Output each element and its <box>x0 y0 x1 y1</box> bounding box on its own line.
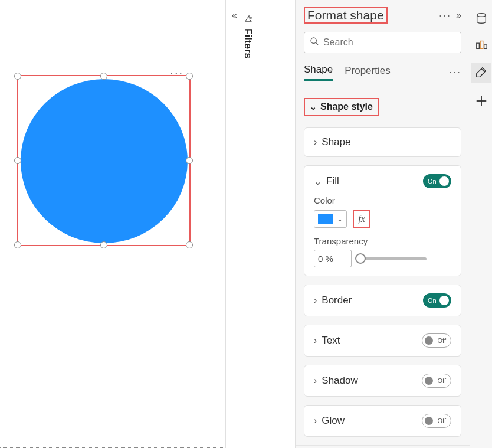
filters-label[interactable]: Filters <box>242 28 254 58</box>
color-picker[interactable]: ⌄ <box>314 210 347 228</box>
text-toggle[interactable]: Off <box>422 333 451 348</box>
right-tool-rail <box>470 0 492 448</box>
color-swatch <box>318 214 333 224</box>
transparency-input[interactable] <box>314 250 352 267</box>
text-card-label: Text <box>322 335 422 346</box>
transparency-slider[interactable] <box>359 250 451 267</box>
chevron-down-icon[interactable]: ⌄ <box>314 176 322 187</box>
chevron-right-icon: › <box>314 137 317 148</box>
tab-properties[interactable]: Properties <box>345 65 390 80</box>
card-shadow[interactable]: › Shadow Off <box>304 365 461 397</box>
format-icon[interactable] <box>471 63 491 83</box>
chevron-down-icon: ⌄ <box>337 215 343 223</box>
svg-rect-3 <box>476 43 479 48</box>
slider-thumb[interactable] <box>355 253 366 264</box>
shape-card-label: Shape <box>322 136 451 148</box>
search-input[interactable] <box>304 32 461 53</box>
visualizations-icon[interactable] <box>474 37 489 52</box>
tab-shape[interactable]: Shape <box>304 64 333 81</box>
panel-more-dots[interactable]: ··· <box>439 9 451 22</box>
glow-card-label: Glow <box>322 415 422 427</box>
svg-line-1 <box>316 42 318 45</box>
shadow-card-label: Shadow <box>322 375 422 387</box>
shadow-toggle[interactable]: Off <box>422 374 451 388</box>
card-fill: ⌄ Fill On Color ⌄ fx Transparency <box>304 165 461 276</box>
fill-toggle[interactable]: On <box>423 174 451 188</box>
svg-point-2 <box>477 14 486 17</box>
resize-handle-bottom-right[interactable] <box>186 241 193 248</box>
fill-card-label: Fill <box>326 175 423 187</box>
resize-handle-bottom-mid[interactable] <box>100 241 107 248</box>
transparency-label: Transparency <box>314 236 451 246</box>
resize-handle-mid-right[interactable] <box>186 157 193 164</box>
cursor-icon <box>244 14 252 22</box>
border-card-label: Border <box>322 295 423 306</box>
svg-rect-4 <box>480 41 483 49</box>
shape-style-section-header[interactable]: ⌄ Shape style <box>304 98 379 116</box>
color-label: Color <box>314 195 451 205</box>
shape-selection[interactable] <box>17 75 191 246</box>
card-shape[interactable]: › Shape <box>304 127 461 157</box>
card-text[interactable]: › Text Off <box>304 325 461 357</box>
search-icon <box>310 37 319 48</box>
card-glow[interactable]: › Glow Off <box>304 405 461 437</box>
chevron-down-icon: ⌄ <box>310 102 317 112</box>
panel-title: Format shape <box>304 7 388 24</box>
chevron-right-icon: › <box>314 335 317 346</box>
svg-rect-5 <box>484 45 487 48</box>
chevron-right-icon: › <box>314 295 317 306</box>
resize-handle-top-mid[interactable] <box>100 73 107 80</box>
data-icon[interactable] <box>474 11 489 26</box>
resize-handle-bottom-left[interactable] <box>14 241 21 248</box>
resize-handle-top-left[interactable] <box>14 73 21 80</box>
chevron-right-icon: › <box>314 416 317 426</box>
glow-toggle[interactable]: Off <box>422 414 451 428</box>
format-shape-panel: Format shape ··· » Shape Properties ··· … <box>295 0 470 448</box>
reset-to-default[interactable]: Reset to default <box>296 445 470 448</box>
resize-handle-mid-left[interactable] <box>14 157 21 164</box>
resize-handle-top-right[interactable] <box>186 73 193 80</box>
shape-style-label: Shape style <box>320 102 373 112</box>
card-border[interactable]: › Border On <box>304 285 461 316</box>
chevron-right-icon: › <box>314 375 317 386</box>
tabs-more-dots[interactable]: ··· <box>449 66 461 79</box>
border-toggle[interactable]: On <box>423 293 451 308</box>
panel-expand-icon[interactable]: » <box>456 10 461 21</box>
oval-shape[interactable] <box>21 79 188 243</box>
add-icon[interactable] <box>474 93 489 109</box>
fx-button[interactable]: fx <box>353 210 370 228</box>
filters-pane-collapsed: « Filters <box>225 0 295 448</box>
svg-point-0 <box>311 38 316 43</box>
collapse-filters-icon[interactable]: « <box>232 11 237 20</box>
canvas[interactable]: ··· <box>0 0 225 448</box>
